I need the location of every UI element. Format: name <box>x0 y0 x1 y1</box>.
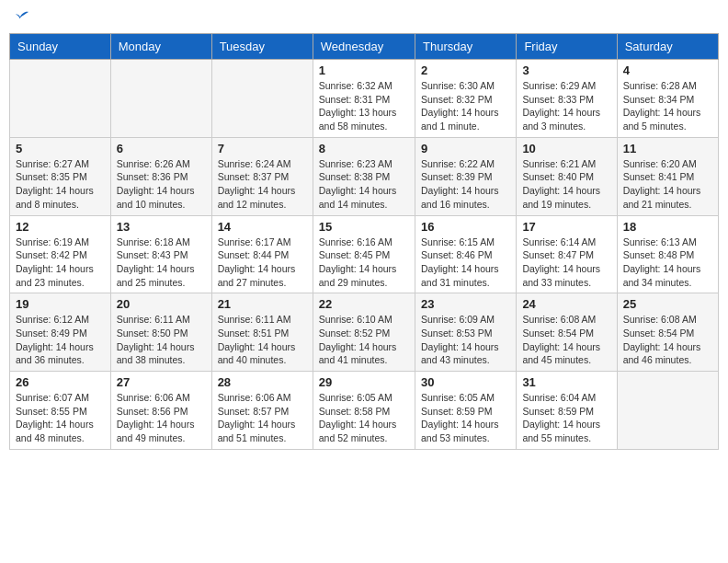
day-info: Sunrise: 6:05 AMSunset: 8:58 PMDaylight:… <box>319 391 409 445</box>
day-info: Sunrise: 6:11 AMSunset: 8:51 PMDaylight:… <box>218 313 307 367</box>
day-info: Sunrise: 6:14 AMSunset: 8:47 PMDaylight:… <box>522 236 610 290</box>
day-info: Sunrise: 6:17 AMSunset: 8:44 PMDaylight:… <box>218 236 307 290</box>
calendar-cell: 21Sunrise: 6:11 AMSunset: 8:51 PMDayligh… <box>211 293 313 372</box>
calendar-cell: 23Sunrise: 6:09 AMSunset: 8:53 PMDayligh… <box>415 293 516 372</box>
day-number: 28 <box>218 375 307 389</box>
day-number: 4 <box>623 63 712 77</box>
calendar-cell <box>211 60 313 138</box>
day-info: Sunrise: 6:06 AMSunset: 8:57 PMDaylight:… <box>218 391 307 445</box>
calendar-cell: 8Sunrise: 6:23 AMSunset: 8:38 PMDaylight… <box>313 137 415 215</box>
day-number: 3 <box>522 63 610 77</box>
day-number: 20 <box>117 297 206 311</box>
day-info: Sunrise: 6:11 AMSunset: 8:50 PMDaylight:… <box>117 313 206 367</box>
day-number: 23 <box>421 297 510 311</box>
day-number: 30 <box>421 375 510 389</box>
day-info: Sunrise: 6:22 AMSunset: 8:39 PMDaylight:… <box>421 157 510 212</box>
calendar-cell: 3Sunrise: 6:29 AMSunset: 8:33 PMDaylight… <box>517 60 617 138</box>
calendar-week-4: 19Sunrise: 6:12 AMSunset: 8:49 PMDayligh… <box>10 293 719 372</box>
day-info: Sunrise: 6:28 AMSunset: 8:34 PMDaylight:… <box>623 79 712 133</box>
calendar-cell: 1Sunrise: 6:32 AMSunset: 8:31 PMDaylight… <box>313 60 415 138</box>
day-info: Sunrise: 6:06 AMSunset: 8:56 PMDaylight:… <box>117 391 206 445</box>
calendar-cell: 5Sunrise: 6:27 AMSunset: 8:35 PMDaylight… <box>10 137 111 215</box>
day-number: 15 <box>319 220 409 234</box>
day-number: 24 <box>522 297 610 311</box>
calendar-cell: 29Sunrise: 6:05 AMSunset: 8:58 PMDayligh… <box>313 372 415 450</box>
day-number: 11 <box>623 142 712 155</box>
calendar-cell: 22Sunrise: 6:10 AMSunset: 8:52 PMDayligh… <box>313 293 415 372</box>
day-number: 14 <box>218 220 307 234</box>
day-info: Sunrise: 6:05 AMSunset: 8:59 PMDaylight:… <box>421 391 510 445</box>
day-number: 25 <box>623 297 712 311</box>
day-number: 31 <box>522 375 610 389</box>
page-header <box>9 9 719 26</box>
day-number: 17 <box>522 220 610 234</box>
day-number: 27 <box>117 375 206 389</box>
calendar-cell <box>110 60 211 138</box>
logo <box>13 9 31 26</box>
day-info: Sunrise: 6:16 AMSunset: 8:45 PMDaylight:… <box>319 236 409 290</box>
calendar-cell: 10Sunrise: 6:21 AMSunset: 8:40 PMDayligh… <box>517 137 617 215</box>
day-info: Sunrise: 6:15 AMSunset: 8:46 PMDaylight:… <box>421 236 510 290</box>
calendar-cell: 19Sunrise: 6:12 AMSunset: 8:49 PMDayligh… <box>10 293 111 372</box>
day-info: Sunrise: 6:20 AMSunset: 8:41 PMDaylight:… <box>623 157 712 212</box>
calendar-cell: 4Sunrise: 6:28 AMSunset: 8:34 PMDaylight… <box>617 60 718 138</box>
calendar-cell: 2Sunrise: 6:30 AMSunset: 8:32 PMDaylight… <box>415 60 516 138</box>
day-number: 19 <box>16 297 105 311</box>
day-info: Sunrise: 6:18 AMSunset: 8:43 PMDaylight:… <box>117 236 206 290</box>
day-number: 22 <box>319 297 409 311</box>
day-number: 12 <box>16 220 105 234</box>
day-number: 16 <box>421 220 510 234</box>
day-info: Sunrise: 6:23 AMSunset: 8:38 PMDaylight:… <box>319 157 409 212</box>
day-info: Sunrise: 6:13 AMSunset: 8:48 PMDaylight:… <box>623 236 712 290</box>
calendar-cell: 17Sunrise: 6:14 AMSunset: 8:47 PMDayligh… <box>517 215 617 293</box>
calendar-cell <box>617 372 718 450</box>
calendar-cell: 16Sunrise: 6:15 AMSunset: 8:46 PMDayligh… <box>415 215 516 293</box>
weekday-header-wednesday: Wednesday <box>313 34 415 60</box>
day-number: 1 <box>319 63 409 77</box>
day-number: 26 <box>16 375 105 389</box>
calendar-week-1: 1Sunrise: 6:32 AMSunset: 8:31 PMDaylight… <box>10 60 719 138</box>
day-info: Sunrise: 6:19 AMSunset: 8:42 PMDaylight:… <box>16 236 105 290</box>
day-info: Sunrise: 6:08 AMSunset: 8:54 PMDaylight:… <box>623 313 712 367</box>
day-info: Sunrise: 6:26 AMSunset: 8:36 PMDaylight:… <box>117 157 206 212</box>
calendar-cell: 11Sunrise: 6:20 AMSunset: 8:41 PMDayligh… <box>617 137 718 215</box>
day-info: Sunrise: 6:27 AMSunset: 8:35 PMDaylight:… <box>16 157 105 212</box>
weekday-header-thursday: Thursday <box>415 34 516 60</box>
calendar-cell: 25Sunrise: 6:08 AMSunset: 8:54 PMDayligh… <box>617 293 718 372</box>
calendar-week-2: 5Sunrise: 6:27 AMSunset: 8:35 PMDaylight… <box>10 137 719 215</box>
weekday-header-sunday: Sunday <box>10 34 111 60</box>
calendar-cell: 27Sunrise: 6:06 AMSunset: 8:56 PMDayligh… <box>110 372 211 450</box>
day-number: 29 <box>319 375 409 389</box>
calendar-cell: 15Sunrise: 6:16 AMSunset: 8:45 PMDayligh… <box>313 215 415 293</box>
day-number: 8 <box>319 142 409 155</box>
day-number: 10 <box>522 142 610 155</box>
day-number: 5 <box>16 142 105 155</box>
day-info: Sunrise: 6:21 AMSunset: 8:40 PMDaylight:… <box>522 157 610 212</box>
day-info: Sunrise: 6:30 AMSunset: 8:32 PMDaylight:… <box>421 79 510 133</box>
weekday-header-tuesday: Tuesday <box>211 34 313 60</box>
calendar-cell: 7Sunrise: 6:24 AMSunset: 8:37 PMDaylight… <box>211 137 313 215</box>
day-number: 18 <box>623 220 712 234</box>
day-number: 6 <box>117 142 206 155</box>
weekday-header-friday: Friday <box>517 34 617 60</box>
weekday-header-monday: Monday <box>110 34 211 60</box>
calendar-cell: 6Sunrise: 6:26 AMSunset: 8:36 PMDaylight… <box>110 137 211 215</box>
day-number: 9 <box>421 142 510 155</box>
calendar-week-5: 26Sunrise: 6:07 AMSunset: 8:55 PMDayligh… <box>10 372 719 450</box>
calendar-cell: 14Sunrise: 6:17 AMSunset: 8:44 PMDayligh… <box>211 215 313 293</box>
day-number: 21 <box>218 297 307 311</box>
calendar-cell: 30Sunrise: 6:05 AMSunset: 8:59 PMDayligh… <box>415 372 516 450</box>
calendar-cell <box>10 60 111 138</box>
calendar-cell: 13Sunrise: 6:18 AMSunset: 8:43 PMDayligh… <box>110 215 211 293</box>
day-info: Sunrise: 6:10 AMSunset: 8:52 PMDaylight:… <box>319 313 409 367</box>
calendar-table: SundayMondayTuesdayWednesdayThursdayFrid… <box>9 33 719 450</box>
day-info: Sunrise: 6:24 AMSunset: 8:37 PMDaylight:… <box>218 157 307 212</box>
day-info: Sunrise: 6:09 AMSunset: 8:53 PMDaylight:… <box>421 313 510 367</box>
day-info: Sunrise: 6:12 AMSunset: 8:49 PMDaylight:… <box>16 313 105 367</box>
calendar-cell: 9Sunrise: 6:22 AMSunset: 8:39 PMDaylight… <box>415 137 516 215</box>
calendar-body: 1Sunrise: 6:32 AMSunset: 8:31 PMDaylight… <box>10 60 719 450</box>
day-info: Sunrise: 6:08 AMSunset: 8:54 PMDaylight:… <box>522 313 610 367</box>
calendar-cell: 20Sunrise: 6:11 AMSunset: 8:50 PMDayligh… <box>110 293 211 372</box>
calendar-week-3: 12Sunrise: 6:19 AMSunset: 8:42 PMDayligh… <box>10 215 719 293</box>
day-number: 13 <box>117 220 206 234</box>
